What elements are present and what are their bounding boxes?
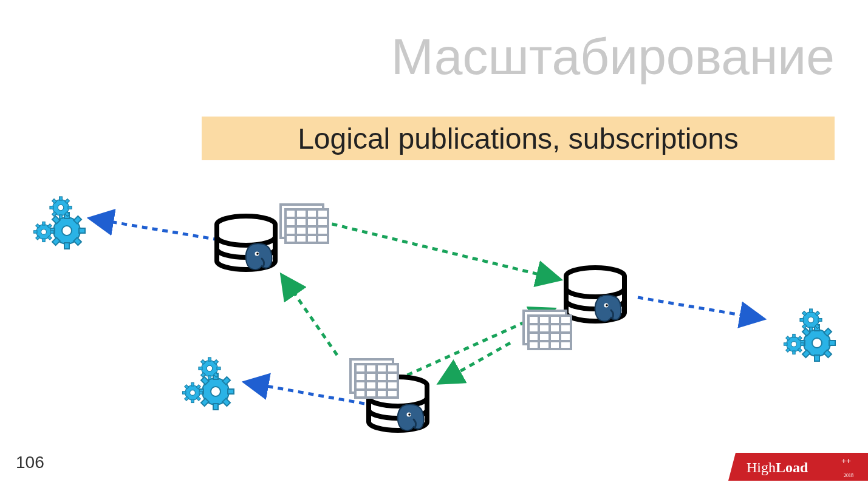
edge-db-top-gears-tl xyxy=(91,219,219,240)
page-number: 106 xyxy=(16,453,44,472)
logo-symbol: ++ xyxy=(841,456,851,466)
db-icon xyxy=(566,268,624,321)
edge-tables-mid-db-right xyxy=(398,310,553,379)
edge-tables-mid-db-top xyxy=(282,276,337,355)
logo-bold: Load xyxy=(776,459,808,475)
logo-year: 2018 xyxy=(844,473,853,478)
tables-icon xyxy=(281,205,328,243)
slide-title: Масштабирование xyxy=(391,27,835,86)
edge-tables-top-db-right xyxy=(322,222,559,279)
subtitle-box: Logical publications, subscriptions xyxy=(202,117,835,160)
logo-light: High xyxy=(747,459,776,475)
db-icon xyxy=(369,377,427,430)
gears-icon xyxy=(30,192,93,257)
tables-icon xyxy=(524,311,571,349)
tables-icon xyxy=(350,359,398,398)
svg-text:HighLoad: HighLoad xyxy=(747,459,808,475)
gears-icon xyxy=(179,353,242,418)
edge-db-mid-gears-bl xyxy=(246,382,364,404)
edge-tables-r-db-mid xyxy=(440,343,510,382)
subtitle-text: Logical publications, subscriptions xyxy=(298,122,739,155)
highload-logo: HighLoad ++ 2018 xyxy=(728,452,868,482)
gears-icon xyxy=(780,305,843,369)
db-icon xyxy=(217,216,275,269)
edge-db-right-gears-r xyxy=(638,297,762,319)
